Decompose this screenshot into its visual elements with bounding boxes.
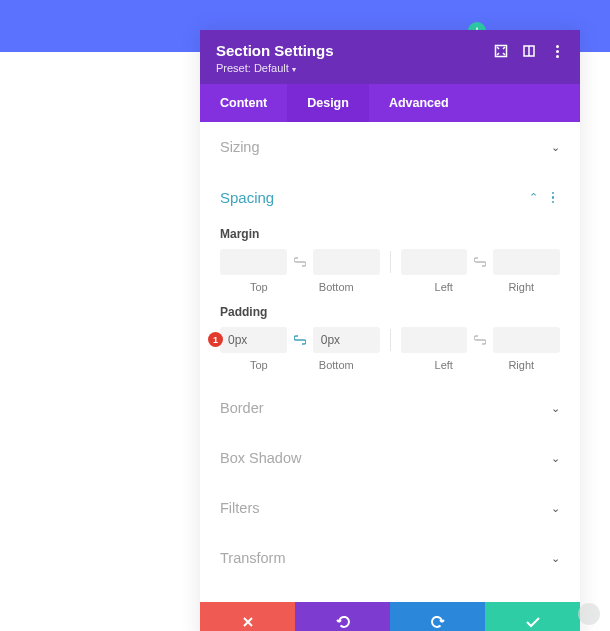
tabs: Content Design Advanced	[200, 84, 580, 122]
group-sizing[interactable]: Sizing ⌄	[220, 122, 560, 172]
group-transform[interactable]: Transform ⌄	[220, 533, 560, 583]
preset-dropdown[interactable]: Preset: Default	[216, 62, 334, 74]
chat-bubble-icon[interactable]	[578, 603, 600, 625]
divider	[390, 329, 391, 351]
redo-icon	[430, 615, 446, 629]
margin-label: Margin	[220, 227, 560, 241]
chevron-down-icon: ⌄	[551, 552, 560, 565]
padding-bottom-input[interactable]	[313, 327, 380, 353]
chevron-up-icon: ⌃	[529, 191, 538, 204]
margin-top-input[interactable]	[220, 249, 287, 275]
check-icon	[525, 616, 541, 628]
group-menu-icon[interactable]	[546, 191, 560, 205]
group-animation[interactable]: Animation ⌄	[220, 583, 560, 602]
padding-top-input[interactable]	[220, 327, 287, 353]
group-spacing[interactable]: Spacing ⌃	[220, 172, 560, 223]
padding-right-input[interactable]	[493, 327, 560, 353]
link-icon-active[interactable]	[291, 335, 309, 345]
padding-label: Padding	[220, 305, 560, 319]
chevron-down-icon: ⌄	[551, 502, 560, 515]
link-icon[interactable]	[291, 257, 309, 267]
link-icon[interactable]	[471, 257, 489, 267]
undo-icon	[335, 615, 351, 629]
panel-body: Sizing ⌄ Spacing ⌃ Margin	[200, 122, 580, 602]
chevron-down-icon: ⌄	[551, 452, 560, 465]
panel-footer	[200, 602, 580, 631]
margin-labels: Top Bottom Left Right	[220, 281, 560, 293]
save-button[interactable]	[485, 602, 580, 631]
chevron-down-icon: ⌄	[551, 602, 560, 603]
settings-panel: Section Settings Preset: Default Content…	[200, 30, 580, 631]
expand-icon[interactable]	[494, 44, 508, 58]
padding-row: 1	[220, 327, 560, 353]
padding-left-input[interactable]	[401, 327, 468, 353]
tab-content[interactable]: Content	[200, 84, 287, 122]
chevron-down-icon: ⌄	[551, 402, 560, 415]
link-icon[interactable]	[471, 335, 489, 345]
chevron-down-icon: ⌄	[551, 141, 560, 154]
margin-left-input[interactable]	[401, 249, 468, 275]
menu-icon[interactable]	[550, 44, 564, 58]
close-icon	[241, 615, 255, 629]
tab-advanced[interactable]: Advanced	[369, 84, 469, 122]
group-filters[interactable]: Filters ⌄	[220, 483, 560, 533]
group-box-shadow[interactable]: Box Shadow ⌄	[220, 433, 560, 483]
panel-header: Section Settings Preset: Default	[200, 30, 580, 84]
group-border[interactable]: Border ⌄	[220, 383, 560, 433]
panel-title: Section Settings	[216, 42, 334, 59]
step-badge: 1	[208, 332, 223, 347]
divider	[390, 251, 391, 273]
drag-icon[interactable]	[522, 44, 536, 58]
spacing-content: Margin Top	[220, 227, 560, 371]
margin-row	[220, 249, 560, 275]
margin-right-input[interactable]	[493, 249, 560, 275]
tab-design[interactable]: Design	[287, 84, 369, 122]
redo-button[interactable]	[390, 602, 485, 631]
padding-labels: Top Bottom Left Right	[220, 359, 560, 371]
close-button[interactable]	[200, 602, 295, 631]
margin-bottom-input[interactable]	[313, 249, 380, 275]
undo-button[interactable]	[295, 602, 390, 631]
